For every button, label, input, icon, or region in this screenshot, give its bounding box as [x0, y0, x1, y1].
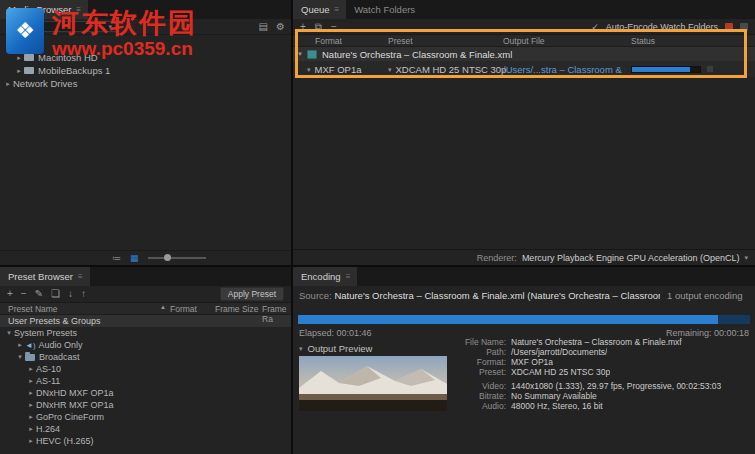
media-source-dropdown[interactable]: ▾	[6, 21, 116, 32]
status-cancel-button[interactable]	[706, 65, 714, 73]
tab-watch-folders[interactable]: Watch Folders	[346, 0, 423, 19]
panel-menu-icon[interactable]: ≡	[346, 272, 350, 281]
encoding-source-line: Source: Nature's Orchestra – Classroom &…	[299, 290, 660, 301]
tab-encoding[interactable]: Encoding ≡	[293, 267, 357, 286]
output-preview-toggle[interactable]: ▾ Output Preview	[299, 343, 372, 354]
column-format[interactable]: Format	[315, 36, 342, 46]
renderer-bar: Renderer: Mercury Playback Engine GPU Ac…	[293, 249, 755, 265]
column-output-file[interactable]: Output File	[503, 36, 545, 46]
chevron-right-icon[interactable]: ▸	[26, 377, 36, 385]
edit-preset-icon[interactable]: ✎	[35, 289, 43, 299]
remove-preset-icon[interactable]: −	[21, 289, 27, 299]
output-preview-thumbnail	[299, 356, 447, 411]
tree-item-label: GoPro CineForm	[36, 412, 104, 422]
new-group-icon[interactable]: ❏	[51, 289, 60, 299]
filter-icon[interactable]: ▤	[259, 22, 268, 32]
chevron-down-icon[interactable]: ▾	[4, 329, 14, 337]
mountain-preview-image	[299, 356, 447, 411]
tree-item-label: HEVC (H.265)	[36, 436, 94, 446]
preset-item-audio-only[interactable]: ▸ ◄) Audio Only	[0, 339, 291, 351]
chevron-right-icon[interactable]: ▸	[26, 401, 36, 409]
export-preset-icon[interactable]: ↑	[81, 289, 86, 299]
tree-item-network-drives[interactable]: ▸ Network Drives	[0, 77, 291, 90]
chevron-right-icon[interactable]: ▸	[26, 365, 36, 373]
media-browser-panel: Media Browser ≡ ▾ ▤ ⚙ ▸ Macintosh HD ▸ M…	[0, 0, 291, 265]
chevron-right-icon[interactable]: ▸	[14, 67, 24, 75]
sort-ascending-icon[interactable]: ▲	[160, 304, 166, 310]
preset-group-user-presets[interactable]: User Presets & Groups	[0, 315, 291, 327]
source-file-icon	[307, 50, 317, 59]
chevron-right-icon[interactable]: ▸	[26, 437, 36, 445]
queue-source-row[interactable]: ▾ Nature's Orchestra – Classroom & Final…	[293, 47, 755, 61]
panel-menu-icon[interactable]: ≡	[76, 5, 80, 14]
chevron-right-icon[interactable]: ▸	[15, 341, 25, 349]
thumbnail-zoom-slider[interactable]	[148, 257, 206, 259]
tree-item-label: DNxHR MXF OP1a	[36, 400, 114, 410]
speaker-icon: ◄)	[25, 341, 36, 350]
preset-item-broadcast[interactable]: ▾ Broadcast	[0, 351, 291, 363]
column-preset[interactable]: Preset	[388, 36, 413, 46]
settings-icon[interactable]: ⚙	[276, 22, 285, 32]
import-preset-icon[interactable]: ↓	[68, 289, 73, 299]
tree-item-label: Audio Only	[39, 340, 83, 350]
remove-icon[interactable]: −	[331, 22, 337, 32]
output-preview-label: Output Preview	[308, 343, 373, 354]
chevron-right-icon[interactable]: ▸	[3, 80, 13, 88]
column-frame-rate[interactable]: Frame Ra	[262, 304, 291, 324]
slider-knob[interactable]	[164, 254, 171, 261]
add-source-icon[interactable]: +	[300, 22, 306, 32]
queue-output-row[interactable]: ▾ MXF OP1a ▾ XDCAM HD 25 NTSC 30p /Users…	[293, 61, 755, 77]
column-status[interactable]: Status	[631, 36, 655, 46]
tab-media-browser[interactable]: Media Browser ≡	[0, 0, 88, 19]
thumbnail-view-icon[interactable]: ▦	[130, 253, 139, 263]
auto-encode-label[interactable]: Auto-Encode Watch Folders	[606, 22, 718, 32]
tab-preset-browser[interactable]: Preset Browser ≡	[0, 267, 90, 286]
queue-source-name: Nature's Orchestra – Classroom & Finale.…	[322, 49, 512, 60]
tree-item-macintosh-hd[interactable]: ▸ Macintosh HD	[0, 51, 291, 64]
chevron-right-icon[interactable]: ▸	[26, 389, 36, 397]
output-file-link[interactable]: /Users/...stra – Classroom & Finale.mxf	[503, 64, 625, 75]
list-view-icon[interactable]: ≔	[112, 253, 121, 263]
format-dropdown[interactable]: ▾ MXF OP1a	[307, 64, 362, 75]
tree-item-label: H.264	[36, 424, 60, 434]
encoding-tabbar: Encoding ≡	[293, 267, 755, 286]
column-preset-name[interactable]: Preset Name	[8, 304, 58, 314]
preset-item-dnxhr[interactable]: ▸ DNxHR MXF OP1a	[0, 399, 291, 411]
chevron-down-icon[interactable]: ▾	[744, 254, 748, 262]
detail-value: 48000 Hz, Stereo, 16 bit	[511, 401, 603, 411]
stop-queue-button[interactable]	[725, 23, 733, 31]
preset-group-system-presets[interactable]: ▾ System Presets	[0, 327, 291, 339]
chevron-right-icon[interactable]: ▸	[26, 413, 36, 421]
checkmark-icon[interactable]: ✓	[591, 22, 599, 32]
detail-key: Format:	[453, 357, 511, 367]
preset-item-as10[interactable]: ▸ AS-10	[0, 363, 291, 375]
drive-icon	[24, 67, 34, 74]
chevron-down-icon[interactable]: ▾	[293, 50, 307, 58]
preset-item-hevc[interactable]: ▸ HEVC (H.265)	[0, 435, 291, 447]
preset-item-dnxhd[interactable]: ▸ DNxHD MXF OP1a	[0, 387, 291, 399]
chevron-right-icon[interactable]: ▸	[14, 54, 24, 62]
detail-value: No Summary Available	[511, 391, 597, 401]
add-preset-icon[interactable]: +	[7, 289, 13, 299]
status-progressbar	[631, 66, 701, 73]
preset-item-h264[interactable]: ▸ H.264	[0, 423, 291, 435]
panel-menu-icon[interactable]: ≡	[78, 272, 82, 281]
pause-queue-button[interactable]	[740, 23, 748, 31]
column-format[interactable]: Format	[170, 304, 197, 314]
duplicate-icon[interactable]: ⧉	[315, 22, 322, 32]
chevron-right-icon[interactable]: ▸	[26, 425, 36, 433]
renderer-dropdown[interactable]: Mercury Playback Engine GPU Acceleration…	[522, 253, 740, 263]
chevron-down-icon[interactable]: ▾	[299, 345, 303, 353]
preset-item-gopro-cineform[interactable]: ▸ GoPro CineForm	[0, 411, 291, 423]
tree-item-mobilebackups[interactable]: ▸ MobileBackups 1	[0, 64, 291, 77]
panel-menu-icon[interactable]: ≡	[335, 5, 339, 14]
preset-item-as11[interactable]: ▸ AS-11	[0, 375, 291, 387]
tab-label: Queue	[301, 4, 330, 15]
chevron-down-icon[interactable]: ▾	[15, 353, 25, 361]
apply-preset-button[interactable]: Apply Preset	[220, 287, 284, 301]
encoding-progressbar	[298, 315, 750, 324]
preset-browser-panel: Preset Browser ≡ + − ✎ ❏ ↓ ↑ Apply Prese…	[0, 267, 291, 454]
column-frame-size[interactable]: Frame Size	[215, 304, 258, 314]
preset-dropdown[interactable]: ▾ XDCAM HD 25 NTSC 30p	[388, 64, 506, 75]
tab-queue[interactable]: Queue ≡	[293, 0, 346, 19]
